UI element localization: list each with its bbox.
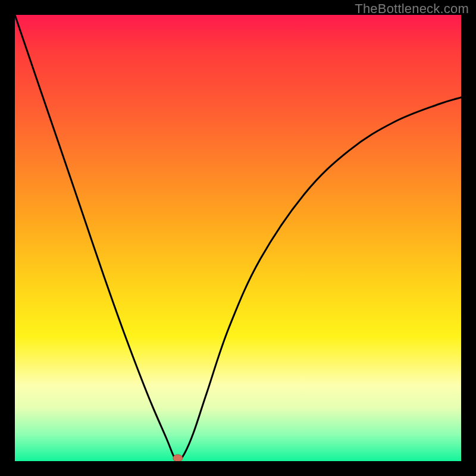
bottleneck-curve: [15, 15, 461, 461]
chart-frame: TheBottleneck.com: [0, 0, 476, 476]
min-point-marker: [173, 455, 183, 461]
curve-layer: [15, 15, 461, 461]
plot-area: [15, 15, 461, 461]
